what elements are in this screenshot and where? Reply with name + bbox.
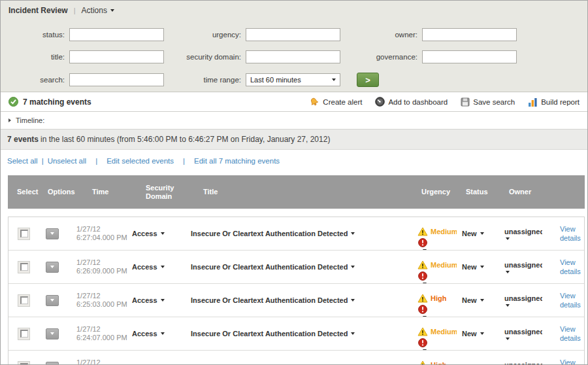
urgency-value: Medium [431,228,457,235]
security-domain-dropdown[interactable]: Access [132,230,165,237]
link-separator: | [42,157,44,165]
urgency-dropdown[interactable] [417,227,428,250]
status-dropdown[interactable]: New [462,230,484,237]
chevron-down-icon [50,232,54,235]
view-details-link[interactable]: View details [560,224,584,243]
event-time: 6:26:09.000 PM [76,267,129,275]
status-value: New [462,330,477,338]
security-domain-dropdown[interactable]: Access [132,330,165,338]
build-report-button[interactable]: Build report [528,97,580,107]
row-options-button[interactable] [46,295,59,306]
select-cell [8,361,41,365]
urgency-dropdown[interactable] [417,360,428,365]
chevron-down-icon [161,299,165,302]
urgency-input[interactable] [246,28,340,41]
urgency-dropdown[interactable] [417,260,428,283]
owner-dropdown[interactable]: unassigned [504,294,542,302]
create-alert-button[interactable]: Create alert [309,97,362,107]
urgency-value: High [431,294,446,302]
select-all-link[interactable]: Select all [7,157,38,165]
security-domain-dropdown[interactable]: Access [132,263,165,271]
search-submit-button[interactable]: > [357,73,379,87]
unselect-all-link[interactable]: Unselect all [48,157,86,165]
time-range-select[interactable]: Last 60 minutes [246,73,340,86]
save-search-button[interactable]: Save search [461,97,515,107]
chevron-down-icon [351,232,355,235]
status-dropdown[interactable]: New [462,330,484,338]
status-input[interactable] [69,28,164,41]
add-to-dashboard-button[interactable]: Add to dashboard [375,97,448,107]
events-count: 7 events [7,135,39,144]
header-security-domain: Security Domain [128,184,187,201]
security-domain-value: Access [132,263,157,271]
row-select-checkbox[interactable] [18,328,30,340]
events-summary-row: 7 events in the last 60 minutes (from 5:… [1,130,587,150]
event-title-dropdown[interactable]: Insecure Or Cleartext Authentication Det… [191,296,355,304]
results-bar: 7 matching events Create alert Add to da… [1,92,587,112]
urgency-dropdown[interactable] [417,327,428,350]
title-input[interactable] [69,50,164,63]
row-options-button[interactable] [46,262,59,273]
security-domain-input[interactable] [246,50,340,63]
actions-menu[interactable]: Actions [82,6,114,15]
row-select-checkbox[interactable] [18,228,30,240]
urgency-cell: Medium [414,317,459,350]
urgency-cell: High [414,284,459,317]
table-body: 1/27/12 6:27:04.000 PM Access Insecure O… [8,217,585,365]
edit-selected-events-link[interactable]: Edit selected events [106,157,174,165]
status-dropdown[interactable]: New [462,296,484,304]
owner-dropdown[interactable]: unassigned [504,328,542,336]
row-options-button[interactable] [46,362,59,365]
row-options-button[interactable] [46,228,59,239]
view-details-link[interactable]: View details [560,358,584,365]
owner-dropdown[interactable]: unassigned [504,261,542,269]
owner-cell: unassigned [500,217,556,250]
header-options: Options [41,188,69,196]
event-title-dropdown[interactable]: Insecure Or Cleartext Authentication Det… [191,330,355,338]
table-row: 1/27/12 6:26:09.000 PM Access Insecure O… [8,251,584,284]
row-select-checkbox[interactable] [18,294,30,307]
owner-cell: unassigned [500,317,556,350]
search-input[interactable] [69,73,164,86]
link-separator: | [183,157,185,165]
view-details-link[interactable]: View details [560,258,584,276]
warning-triangle-icon [417,260,428,269]
event-title-dropdown[interactable]: Insecure Or Cleartext Authentication Det… [191,230,355,237]
event-title-value: Insecure Or Cleartext Authentication Det… [191,296,348,304]
event-title-dropdown[interactable]: Insecure Or Cleartext Authentication Det… [191,263,355,271]
owner-dropdown[interactable]: unassigned [504,361,542,365]
urgency-dropdown[interactable] [417,294,428,317]
table-row: 1/27/12 6:27:04.000 PM Access Insecure O… [8,217,584,251]
owner-cell: unassigned [500,251,556,283]
time-cell: 1/27/12 6:25:03.000 PM [70,292,129,309]
selection-links-row: Select all | Unselect all | Edit selecte… [1,150,587,171]
chevron-down-icon [506,338,510,340]
high-alert-circle-icon [418,305,427,314]
view-details-link[interactable]: View details [560,291,584,309]
options-cell [41,295,70,306]
time-range-label: time range: [164,76,246,84]
title-separator: | [74,7,76,14]
edit-all-matching-events-link[interactable]: Edit all 7 matching events [194,157,280,165]
owner-dropdown[interactable]: unassigned [504,228,542,235]
timeline-toggle[interactable]: Timeline: [1,112,587,130]
chevron-down-icon [480,266,484,268]
security-domain-cell: Access [129,330,188,338]
chevron-down-icon [423,283,427,283]
bar-chart-icon [528,97,538,107]
checkbox-inner [20,330,28,338]
status-value: New [462,230,477,237]
chevron-down-icon [506,271,510,273]
governance-input[interactable] [422,50,517,63]
row-options-button[interactable] [46,328,59,339]
view-cell: View details [556,224,584,243]
security-domain-dropdown[interactable]: Access [132,296,165,304]
header-owner: Owner [500,188,555,196]
create-alert-label: Create alert [323,98,362,106]
view-cell: View details [556,291,584,309]
view-details-link[interactable]: View details [560,324,584,343]
row-select-checkbox[interactable] [18,361,30,365]
row-select-checkbox[interactable] [18,261,30,273]
owner-input[interactable] [422,28,517,41]
status-dropdown[interactable]: New [462,263,484,271]
